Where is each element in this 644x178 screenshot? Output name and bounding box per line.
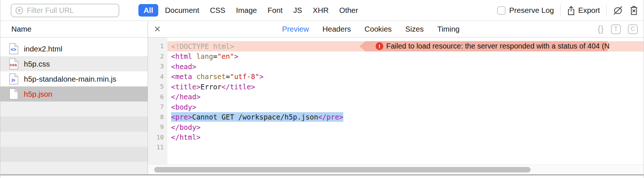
- text-mode-icon[interactable]: T: [611, 24, 621, 34]
- filter-url-input[interactable]: [27, 6, 115, 15]
- resource-view-header: ✕ PreviewHeadersCookiesSizesTiming {} T …: [148, 21, 644, 37]
- tab-headers[interactable]: Headers: [322, 25, 351, 33]
- filter-icon: [15, 6, 23, 15]
- line-number: 8: [148, 112, 167, 122]
- filter-button-other[interactable]: Other: [335, 4, 362, 16]
- filter-button-xhr[interactable]: XHR: [309, 4, 333, 16]
- line-content: <pre>Cannot GET /workspace/h5p.json</pre…: [167, 112, 644, 122]
- disable-cache-button[interactable]: [613, 6, 623, 15]
- web-inspector-network-panel: AllDocumentCSSImageFontJSXHROther Preser…: [0, 0, 644, 178]
- code-line-11: 11: [148, 142, 644, 153]
- code-line-2: 2<html lang="en">: [148, 51, 644, 62]
- line-content: <title>Error</title>: [167, 82, 644, 92]
- request-name: index2.html: [24, 44, 62, 53]
- code-line-8: 8<pre>Cannot GET /workspace/h5p.json</pr…: [148, 112, 644, 122]
- toolbar-divider: [560, 5, 561, 16]
- request-row-html[interactable]: <> index2.html: [0, 41, 148, 56]
- code-line-10: 10</html>: [148, 132, 644, 143]
- line-content: </html>: [167, 132, 644, 143]
- preserve-log-checkbox[interactable]: [497, 6, 506, 15]
- pretty-print-icon[interactable]: {}: [598, 24, 604, 34]
- request-name: h5p.css: [24, 60, 50, 68]
- request-name: h5p-standalone-main.min.js: [24, 75, 116, 83]
- empty-row: [0, 162, 148, 174]
- line-number: 6: [148, 92, 167, 102]
- view-mode-icons: {} T C: [598, 24, 638, 34]
- line-content: <meta charset="utf-8">: [167, 72, 644, 82]
- code-line-9: 9</body>: [148, 122, 644, 132]
- request-name: h5p.json: [24, 90, 53, 99]
- name-column-label: Name: [11, 25, 32, 33]
- empty-row: [0, 147, 148, 162]
- line-number: 4: [148, 72, 167, 82]
- line-number: 5: [148, 82, 167, 92]
- line-content: </head>: [167, 92, 644, 102]
- tab-sizes[interactable]: Sizes: [405, 25, 424, 33]
- line-number: 2: [148, 51, 167, 62]
- code-line-3: 3<head>: [148, 61, 644, 72]
- preserve-log-label: Preserve Log: [509, 6, 554, 15]
- filter-button-css[interactable]: CSS: [206, 4, 229, 16]
- filter-url-field[interactable]: [11, 4, 119, 17]
- line-number: 3: [148, 61, 167, 72]
- export-button[interactable]: Export: [567, 6, 600, 15]
- filter-button-js[interactable]: JS: [289, 4, 306, 16]
- request-row-js[interactable]: js h5p-standalone-main.min.js: [0, 71, 148, 86]
- line-number: 9: [148, 122, 167, 132]
- line-content: </body>: [167, 122, 644, 132]
- line-content: <head>: [167, 61, 644, 72]
- network-toolbar: AllDocumentCSSImageFontJSXHROther Preser…: [0, 0, 644, 21]
- line-content: [167, 142, 644, 153]
- toolbar-right-group: Preserve Log Export: [497, 5, 638, 16]
- line-number: 7: [148, 102, 167, 112]
- horizontal-scrollbar-thumb[interactable]: [154, 167, 531, 172]
- filter-button-all[interactable]: All: [138, 4, 158, 17]
- filter-button-image[interactable]: Image: [232, 4, 261, 16]
- empty-row: [0, 102, 148, 117]
- filter-button-font[interactable]: Font: [264, 4, 287, 16]
- css-file-icon: css: [9, 58, 18, 70]
- line-number: 10: [148, 132, 167, 143]
- request-row-css[interactable]: css h5p.css: [0, 56, 148, 71]
- content-mode-icon[interactable]: C: [628, 24, 638, 34]
- empty-row: [0, 117, 148, 132]
- line-content: <body>: [167, 102, 644, 112]
- tab-cookies[interactable]: Cookies: [365, 25, 392, 33]
- close-icon[interactable]: ✕: [154, 25, 161, 33]
- svg-text:<>: <>: [11, 47, 17, 52]
- error-badge-icon: !: [376, 42, 383, 50]
- export-label: Export: [578, 6, 600, 15]
- filter-button-document[interactable]: Document: [161, 4, 203, 16]
- name-column-header[interactable]: Name: [0, 21, 148, 37]
- panel-subheader: Name ✕ PreviewHeadersCookiesSizesTiming …: [0, 21, 644, 38]
- resource-tabs: PreviewHeadersCookiesSizesTiming: [282, 25, 459, 33]
- horizontal-scrollbar: [148, 164, 644, 174]
- code-line-7: 7<body>: [148, 102, 644, 112]
- preserve-log-control: Preserve Log: [497, 6, 554, 15]
- tab-timing[interactable]: Timing: [437, 25, 460, 33]
- trash-icon: [629, 6, 638, 15]
- request-list: <> index2.html css h5p.css js h5p-standa…: [0, 38, 148, 174]
- error-banner-text: Failed to load resource: the server resp…: [386, 42, 609, 50]
- error-banner-content: ! Failed to load resource: the server re…: [376, 41, 609, 51]
- svg-text:js: js: [11, 78, 15, 82]
- source-code-view: 1<!DOCTYPE html>2<html lang="en">3<head>…: [148, 38, 644, 153]
- export-icon: [567, 6, 575, 15]
- request-row-json[interactable]: h5p.json: [0, 86, 148, 102]
- code-line-5: 5<title>Error</title>: [148, 82, 644, 92]
- clear-network-items-button[interactable]: [629, 6, 638, 15]
- disable-cache-icon: [613, 6, 623, 15]
- filter-chips: AllDocumentCSSImageFontJSXHROther: [138, 4, 362, 17]
- toolbar-divider: [606, 5, 607, 16]
- empty-row: [0, 132, 148, 147]
- html-file-icon: <>: [9, 43, 18, 54]
- json-file-icon: [9, 88, 18, 100]
- line-number: 11: [148, 142, 167, 153]
- code-line-6: 6</head>: [148, 92, 644, 102]
- resource-preview: 1<!DOCTYPE html>2<html lang="en">3<head>…: [148, 38, 644, 174]
- svg-text:css: css: [10, 63, 17, 67]
- tab-preview[interactable]: Preview: [282, 25, 309, 33]
- code-line-4: 4<meta charset="utf-8">: [148, 72, 644, 82]
- js-file-icon: js: [9, 73, 18, 85]
- line-content: <html lang="en">: [167, 51, 644, 62]
